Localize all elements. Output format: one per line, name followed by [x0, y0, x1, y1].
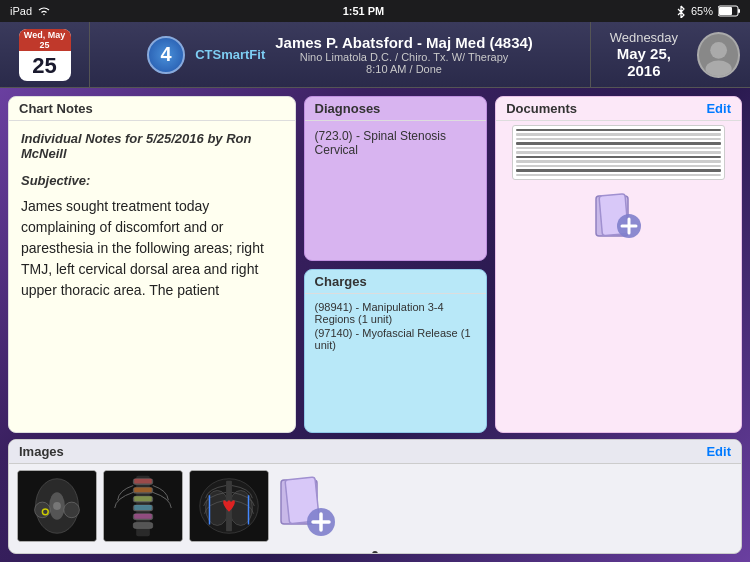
- documents-panel: Documents Edit: [495, 96, 742, 433]
- status-left: iPad: [10, 5, 51, 17]
- xray-image-2[interactable]: [103, 470, 183, 542]
- right-panels: Diagnoses (723.0) - Spinal Stenosis Cerv…: [304, 96, 488, 433]
- images-content: [9, 464, 741, 548]
- charge-item: (97140) - Myofascial Release (1 unit): [315, 326, 477, 352]
- header-calendar: Wed, May 25 25: [0, 22, 90, 87]
- svg-point-14: [64, 502, 80, 518]
- date-full: May 25, 2016: [601, 45, 687, 79]
- diagnoses-header: Diagnoses: [305, 97, 487, 121]
- documents-header: Documents Edit: [496, 97, 741, 121]
- doc-line: [516, 138, 721, 140]
- avatar: [697, 32, 740, 78]
- wifi-icon: [37, 6, 51, 16]
- svg-rect-28: [134, 505, 152, 510]
- doc-line: [516, 156, 721, 158]
- add-image-button[interactable]: [275, 470, 340, 542]
- svg-rect-29: [134, 514, 152, 519]
- chart-notes-title: Chart Notes: [19, 101, 93, 116]
- images-edit-btn[interactable]: Edit: [706, 444, 731, 459]
- add-document-icon[interactable]: [591, 188, 646, 252]
- status-time: 1:51 PM: [343, 5, 385, 17]
- doc-line: [516, 129, 721, 131]
- svg-point-4: [705, 60, 731, 75]
- svg-rect-2: [719, 7, 732, 15]
- doc-line: [516, 169, 721, 171]
- header-center: 4 CTSmartFit James P. Abatsford - Maj Me…: [90, 22, 590, 87]
- charges-content[interactable]: (98941) - Manipulation 3-4 Regions (1 un…: [305, 294, 487, 433]
- patient-info: James P. Abatsford - Maj Med (4834) Nino…: [275, 34, 533, 75]
- top-row: Chart Notes Individual Notes for 5/25/20…: [8, 96, 742, 433]
- add-doc-svg: [591, 188, 646, 243]
- documents-inner: [496, 121, 741, 432]
- battery-icon: [718, 5, 740, 17]
- header-right: Wednesday May 25, 2016: [590, 22, 750, 87]
- status-bar: iPad 1:51 PM 65%: [0, 0, 750, 22]
- charges-header: Charges: [305, 270, 487, 294]
- diagnosis-item: (723.0) - Spinal Stenosis Cervical: [315, 127, 477, 159]
- doc-line: [516, 133, 721, 135]
- chart-notes-header: Chart Notes: [9, 97, 295, 121]
- doc-line: [516, 160, 721, 162]
- header-date-block: Wednesday May 25, 2016: [601, 30, 687, 79]
- chart-notes-content[interactable]: Individual Notes for 5/25/2016 by Ron Mc…: [9, 121, 295, 432]
- note-title: Individual Notes for 5/25/2016 by Ron Mc…: [21, 131, 283, 161]
- doc-line: [516, 174, 721, 176]
- doc-line: [516, 142, 721, 144]
- diagnoses-title: Diagnoses: [315, 101, 381, 116]
- header-bar: Wed, May 25 25 4 CTSmartFit James P. Aba…: [0, 22, 750, 88]
- svg-point-3: [710, 41, 727, 58]
- doc-line: [516, 165, 721, 167]
- svg-rect-26: [134, 487, 152, 492]
- ipad-label: iPad: [10, 5, 32, 17]
- svg-rect-25: [134, 479, 152, 484]
- images-panel: Images Edit: [8, 439, 742, 554]
- logo-text: CTSmartFit: [195, 47, 265, 62]
- charges-title: Charges: [315, 274, 367, 289]
- images-header: Images Edit: [9, 440, 741, 464]
- avatar-silhouette: [699, 34, 738, 76]
- charge-item: (98941) - Manipulation 3-4 Regions (1 un…: [315, 300, 477, 326]
- diagnoses-panel: Diagnoses (723.0) - Spinal Stenosis Cerv…: [304, 96, 488, 261]
- doc-line: [516, 151, 721, 153]
- charges-panel: Charges (98941) - Manipulation 3-4 Regio…: [304, 269, 488, 434]
- page-indicator: [9, 548, 741, 554]
- svg-rect-24: [133, 523, 153, 529]
- notification-badge[interactable]: 4: [147, 36, 185, 74]
- xray-image-3[interactable]: [189, 470, 269, 542]
- images-title: Images: [19, 444, 64, 459]
- xray3-svg: [190, 470, 268, 542]
- calendar-day: Wed, May 25: [19, 29, 71, 51]
- chart-notes-panel: Chart Notes Individual Notes for 5/25/20…: [8, 96, 296, 433]
- provider-line1: Nino Limatola D.C. / Chiro. Tx. W/ Thera…: [275, 51, 533, 63]
- svg-rect-27: [134, 496, 152, 501]
- main-content: Chart Notes Individual Notes for 5/25/20…: [0, 88, 750, 562]
- svg-rect-1: [738, 9, 740, 13]
- provider-line2: 8:10 AM / Done: [275, 63, 533, 75]
- doc-line: [516, 147, 721, 149]
- svg-point-15: [53, 502, 61, 510]
- xray2-svg: [104, 470, 182, 542]
- documents-edit-btn[interactable]: Edit: [706, 101, 731, 116]
- page-dot-1: [372, 551, 378, 554]
- status-right: 65%: [676, 4, 740, 18]
- date-label: Wednesday: [601, 30, 687, 45]
- diagnoses-content[interactable]: (723.0) - Spinal Stenosis Cervical: [305, 121, 487, 260]
- add-image-svg: [278, 474, 338, 539]
- battery-label: 65%: [691, 5, 713, 17]
- doc-thumbnail-1[interactable]: [512, 125, 725, 180]
- xray1-svg: [18, 470, 96, 542]
- xray-image-1[interactable]: [17, 470, 97, 542]
- bluetooth-icon: [676, 4, 686, 18]
- ctsmartfit-logo: CTSmartFit: [195, 47, 265, 62]
- header-right-content: Wednesday May 25, 2016: [591, 30, 750, 79]
- subjective-label: Subjective:: [21, 173, 283, 188]
- patient-name: James P. Abatsford - Maj Med (4834): [275, 34, 533, 51]
- calendar-icon: Wed, May 25 25: [19, 29, 71, 81]
- notes-body: James sought treatment today complaining…: [21, 196, 283, 301]
- calendar-date: 25: [32, 51, 56, 81]
- documents-title: Documents: [506, 101, 577, 116]
